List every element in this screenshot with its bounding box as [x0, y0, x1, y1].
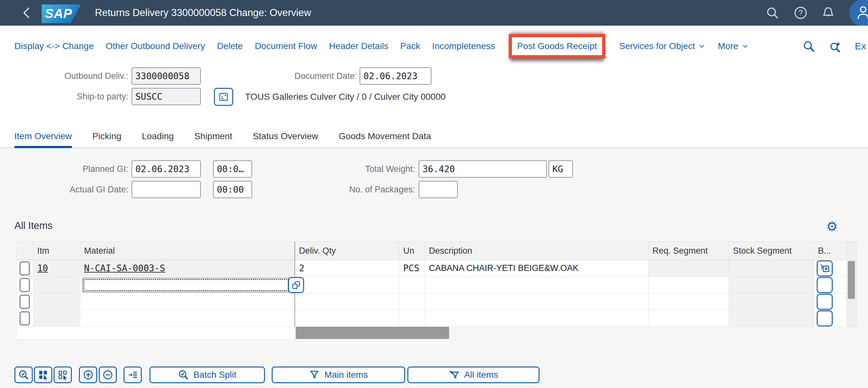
horizontal-scrollbar[interactable] — [16, 327, 857, 340]
outbound-delivery-field[interactable] — [131, 67, 201, 85]
bell-icon[interactable] — [821, 6, 835, 20]
page-title: Returns Delivery 3300000058 Change: Over… — [95, 0, 311, 26]
col-material: Material — [80, 241, 295, 260]
horizontal-scrollbar-thumb[interactable] — [296, 327, 449, 339]
magnifier-check-icon — [178, 369, 189, 380]
deselect-all-icon — [57, 369, 68, 380]
stock-segment-cell — [729, 260, 814, 277]
req-segment-cell — [649, 260, 729, 277]
col-deliv-qty: Deliv. Qty — [295, 241, 399, 260]
choose-detail-button[interactable] — [14, 366, 33, 383]
add-row-icon — [83, 369, 94, 380]
help-icon[interactable]: ? — [794, 6, 808, 20]
batch-split-item-button[interactable] — [817, 277, 833, 293]
vertical-scrollbar-thumb[interactable] — [848, 261, 855, 299]
batch-split-item-button[interactable] — [817, 294, 833, 310]
action-post-goods-receipt[interactable]: Post Goods Receipt — [517, 41, 597, 51]
row-checkbox[interactable] — [20, 278, 30, 292]
action-delete[interactable]: Delete — [217, 41, 243, 51]
action-pack[interactable]: Pack — [400, 41, 420, 51]
batch-split-item-button[interactable] — [817, 311, 833, 326]
add-row-button[interactable] — [79, 366, 97, 383]
table-header-row: Itm Material Deliv. Qty Un Description R… — [16, 241, 857, 260]
tab-goods-movement-data[interactable]: Goods Movement Data — [339, 125, 431, 148]
table-row: 10 N-CAI-SA-0003-S 2 PCS CABANA CHAIR-YE… — [16, 260, 857, 277]
deselect-all-button[interactable] — [54, 366, 72, 383]
find-icon[interactable] — [802, 40, 815, 53]
weight-unit-field[interactable] — [549, 160, 573, 177]
ship-to-party-label: Ship-to party: — [13, 88, 128, 105]
planned-gi-date-field[interactable] — [131, 160, 201, 177]
select-all-icon — [38, 369, 49, 380]
total-weight-field[interactable] — [418, 160, 547, 177]
remove-row-icon — [102, 369, 113, 380]
tab-strip: Item Overview Picking Loading Shipment S… — [0, 125, 868, 148]
row-checkbox[interactable] — [20, 311, 30, 325]
action-more[interactable]: More — [718, 41, 749, 51]
document-date-field[interactable] — [360, 67, 431, 85]
value-help-button[interactable] — [288, 277, 304, 293]
packages-label: No. of Packages: — [300, 181, 415, 198]
actual-gi-date-label: Actual GI Date: — [13, 181, 128, 198]
col-stock-segment: Stock Segment — [729, 241, 814, 260]
deliv-qty-cell[interactable]: 2 — [295, 260, 399, 277]
batch-item-icon — [819, 263, 830, 273]
planned-gi-time-field[interactable] — [213, 160, 252, 177]
settings-gear-icon[interactable]: ⚙ — [826, 220, 838, 233]
svg-text:?: ? — [798, 8, 803, 17]
action-incompleteness[interactable]: Incompleteness — [432, 41, 495, 51]
post-goods-receipt-highlight-box: Post Goods Receipt — [509, 34, 605, 58]
all-items-button[interactable]: All items — [407, 366, 539, 383]
tab-picking[interactable]: Picking — [92, 125, 121, 148]
remove-row-button[interactable] — [99, 366, 117, 383]
tab-status-overview[interactable]: Status Overview — [253, 125, 318, 148]
item-number-link[interactable]: 10 — [37, 263, 48, 273]
batch-split-item-button[interactable] — [817, 260, 833, 277]
address-button[interactable] — [214, 88, 233, 106]
tab-item-overview[interactable]: Item Overview — [14, 125, 72, 148]
material-input[interactable] — [82, 278, 290, 292]
tab-shipment[interactable]: Shipment — [194, 125, 232, 148]
packages-field[interactable] — [418, 181, 458, 198]
select-all-button[interactable] — [34, 366, 52, 383]
col-itm: Itm — [33, 241, 80, 260]
vertical-scrollbar[interactable] — [847, 241, 857, 327]
magnifier-check-icon — [18, 369, 29, 380]
action-display-change[interactable]: Display <-> Change — [14, 41, 94, 51]
item-overview-panel: Planned GI: Total Weight: Actual GI Date… — [0, 148, 868, 388]
sap-logo: SAP — [42, 4, 81, 23]
action-document-flow[interactable]: Document Flow — [255, 41, 317, 51]
table-row — [16, 310, 857, 327]
action-header-details[interactable]: Header Details — [329, 41, 389, 51]
horizontal-scrollbar-track — [16, 327, 296, 340]
shell-bar: SAP Returns Delivery 3300000058 Change: … — [0, 0, 868, 26]
planned-gi-label: Planned GI: — [13, 160, 128, 177]
action-services-for-object[interactable]: Services for Object — [619, 41, 706, 51]
row-checkbox[interactable] — [20, 295, 30, 309]
delivery-header-form: Outbound Deliv.: Document Date: Ship-to … — [0, 67, 868, 125]
position-button[interactable] — [124, 366, 142, 383]
avatar[interactable] — [849, 0, 868, 26]
batch-split-button[interactable]: Batch Split — [150, 366, 265, 383]
value-help-icon — [291, 280, 301, 290]
find-next-icon[interactable] — [829, 40, 841, 53]
chevron-down-icon — [741, 42, 749, 50]
all-items-title: All Items — [14, 220, 53, 231]
back-icon[interactable] — [20, 6, 34, 20]
action-exit[interactable]: Ex — [855, 41, 866, 52]
table-row — [16, 293, 857, 310]
row-checkbox[interactable] — [20, 261, 30, 276]
search-icon[interactable] — [765, 6, 779, 20]
table-row — [16, 277, 857, 293]
col-description: Description — [425, 241, 649, 260]
material-link[interactable]: N-CAI-SA-0003-S — [84, 263, 165, 273]
col-un: Un — [399, 241, 425, 260]
items-table: Itm Material Deliv. Qty Un Description R… — [16, 241, 857, 340]
main-items-button[interactable]: Main items — [272, 366, 405, 383]
actual-gi-time-field[interactable] — [213, 181, 252, 198]
actual-gi-date-field[interactable] — [131, 181, 201, 198]
sap-logo-text: SAP — [45, 6, 72, 21]
tab-loading[interactable]: Loading — [142, 125, 174, 148]
ship-to-party-field[interactable] — [131, 88, 201, 105]
action-other-outbound-delivery[interactable]: Other Outbound Delivery — [105, 41, 205, 51]
